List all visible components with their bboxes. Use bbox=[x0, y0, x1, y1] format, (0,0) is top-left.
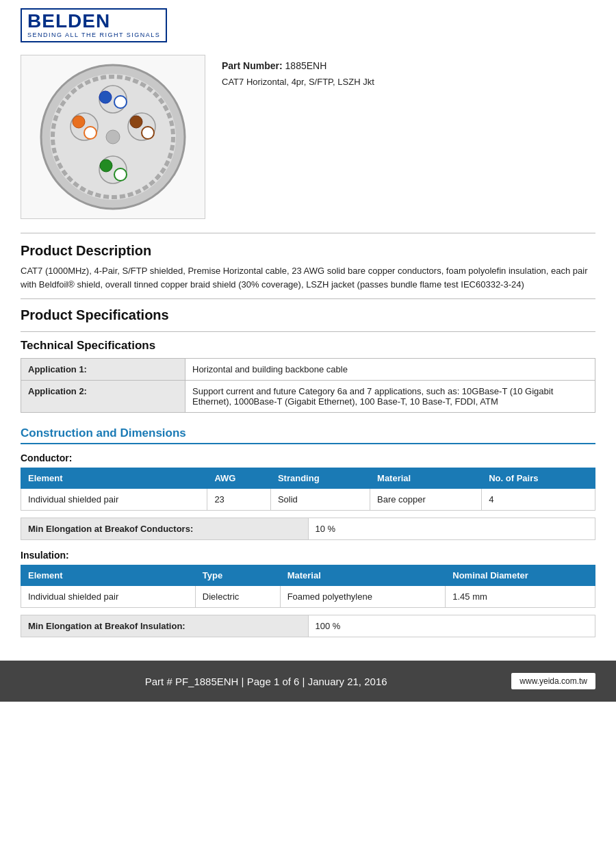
col-material: Material bbox=[370, 468, 482, 489]
product-hero: Part Number: 1885ENH CAT7 Horizontal, 4p… bbox=[0, 47, 616, 233]
product-specs-section: Product Specifications bbox=[0, 299, 616, 331]
part-number-value: 1885ENH bbox=[285, 60, 327, 71]
insulation-elongation-value: 100 % bbox=[308, 615, 595, 637]
app1-value: Horizontal and building backbone cable bbox=[185, 359, 595, 381]
ins-type: Dielectric bbox=[195, 586, 280, 608]
tech-spec-row-2: Application 2: Support current and futur… bbox=[21, 381, 595, 413]
conductor-table: Element AWG Stranding Material No. of Pa… bbox=[21, 468, 595, 511]
conductor-elongation-row: Min Elongation at Breakof Conductors: 10… bbox=[21, 518, 595, 540]
conductor-element: Individual shielded pair bbox=[21, 489, 207, 511]
svg-point-5 bbox=[114, 96, 127, 108]
footer: Part # PF_1885ENH | Page 1 of 6 | Januar… bbox=[0, 661, 616, 702]
ins-material: Foamed polyethylene bbox=[280, 586, 446, 608]
part-number-line: Part Number: 1885ENH bbox=[222, 60, 374, 71]
ins-element: Individual shielded pair bbox=[21, 586, 196, 608]
svg-point-11 bbox=[142, 127, 154, 139]
ins-col-element: Element bbox=[21, 565, 196, 586]
description-section: Product Description CAT7 (1000MHz), 4-Pa… bbox=[0, 233, 616, 298]
svg-point-14 bbox=[114, 168, 127, 181]
svg-point-4 bbox=[99, 91, 112, 103]
ins-col-type: Type bbox=[195, 565, 280, 586]
ins-col-material: Material bbox=[280, 565, 446, 586]
logo-brand: BELDEN bbox=[27, 12, 160, 31]
conductor-elongation-label: Min Elongation at Breakof Conductors: bbox=[21, 518, 309, 540]
footer-text: Part # PF_1885ENH | Page 1 of 6 | Januar… bbox=[21, 676, 511, 687]
footer-website: www.yeida.com.tw bbox=[511, 673, 595, 689]
ins-col-diameter: Nominal Diameter bbox=[446, 565, 595, 586]
svg-point-7 bbox=[73, 116, 85, 128]
product-specs-title: Product Specifications bbox=[21, 307, 595, 323]
col-element: Element bbox=[21, 468, 207, 489]
conductor-awg: 23 bbox=[207, 489, 271, 511]
construction-section: Construction and Dimensions Conductor: E… bbox=[0, 420, 616, 654]
part-number-label: Part Number: bbox=[222, 60, 285, 71]
col-pairs: No. of Pairs bbox=[482, 468, 595, 489]
product-image bbox=[21, 55, 205, 219]
conductor-material: Bare copper bbox=[370, 489, 482, 511]
insulation-table: Element Type Material Nominal Diameter I… bbox=[21, 565, 595, 608]
product-info: Part Number: 1885ENH CAT7 Horizontal, 4p… bbox=[222, 55, 374, 219]
belden-logo: BELDEN SENDING ALL THE RIGHT SIGNALS bbox=[21, 8, 167, 42]
insulation-elongation-row: Min Elongation at Breakof Insulation: 10… bbox=[21, 615, 595, 637]
insulation-elongation-table: Min Elongation at Breakof Insulation: 10… bbox=[21, 615, 595, 637]
conductor-elongation-table: Min Elongation at Breakof Conductors: 10… bbox=[21, 518, 595, 540]
cable-diagram bbox=[38, 62, 188, 212]
col-awg: AWG bbox=[207, 468, 271, 489]
svg-point-8 bbox=[84, 127, 97, 139]
insulation-label: Insulation: bbox=[21, 550, 595, 561]
tech-specs-title: Technical Specifications bbox=[21, 339, 595, 353]
conductor-data-row: Individual shielded pair 23 Solid Bare c… bbox=[21, 489, 595, 511]
tech-spec-row-1: Application 1: Horizontal and building b… bbox=[21, 359, 595, 381]
construction-title: Construction and Dimensions bbox=[21, 426, 595, 444]
app2-label: Application 2: bbox=[21, 381, 185, 413]
col-stranding: Stranding bbox=[270, 468, 370, 489]
description-body: CAT7 (1000MHz), 4-Pair, S/FTP shielded, … bbox=[21, 264, 595, 292]
ins-diameter: 1.45 mm bbox=[446, 586, 595, 608]
app2-value: Support current and future Category 6a a… bbox=[185, 381, 595, 413]
logo-tagline: SENDING ALL THE RIGHT SIGNALS bbox=[27, 31, 160, 38]
insulation-elongation-label: Min Elongation at Breakof Insulation: bbox=[21, 615, 309, 637]
app1-label: Application 1: bbox=[21, 359, 185, 381]
product-subtitle: CAT7 Horizontal, 4pr, S/FTP, LSZH Jkt bbox=[222, 77, 374, 87]
svg-point-15 bbox=[106, 130, 120, 144]
insulation-header-row: Element Type Material Nominal Diameter bbox=[21, 565, 595, 586]
description-title: Product Description bbox=[21, 243, 595, 259]
svg-point-13 bbox=[100, 160, 112, 172]
conductor-header-row: Element AWG Stranding Material No. of Pa… bbox=[21, 468, 595, 489]
conductor-label: Conductor: bbox=[21, 452, 595, 463]
conductor-pairs: 4 bbox=[482, 489, 595, 511]
svg-point-10 bbox=[130, 116, 142, 128]
insulation-data-row: Individual shielded pair Dielectric Foam… bbox=[21, 586, 595, 608]
conductor-elongation-value: 10 % bbox=[308, 518, 595, 540]
logo-area: BELDEN SENDING ALL THE RIGHT SIGNALS bbox=[0, 0, 616, 47]
conductor-stranding: Solid bbox=[270, 489, 370, 511]
tech-specs-section: Technical Specifications Application 1: … bbox=[0, 332, 616, 420]
tech-specs-table: Application 1: Horizontal and building b… bbox=[21, 358, 595, 413]
